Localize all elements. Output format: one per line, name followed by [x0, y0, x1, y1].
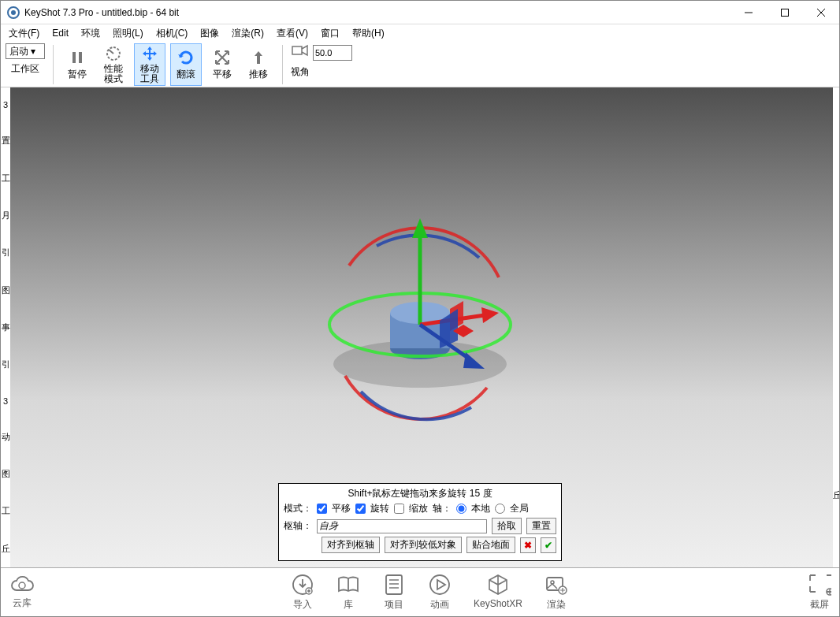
- workspace-label: 工作区: [11, 62, 39, 76]
- menu-env[interactable]: 环境: [76, 25, 105, 42]
- library-button[interactable]: 库: [336, 573, 360, 611]
- pivot-label: 枢轴：: [284, 519, 312, 533]
- move-tool-button[interactable]: 移动 工具: [134, 43, 165, 86]
- svg-marker-29: [437, 580, 445, 589]
- chk-rot[interactable]: [355, 504, 366, 514]
- pause-button[interactable]: 暂停: [61, 43, 93, 86]
- toolbar-divider: [282, 45, 283, 84]
- screenshot-icon: [808, 573, 831, 597]
- align-pivot-button[interactable]: 对齐到枢轴: [322, 537, 380, 553]
- cloud-library-button[interactable]: 云库: [9, 574, 35, 610]
- move-icon: [141, 45, 158, 62]
- tumble-icon: [177, 49, 195, 66]
- render-button[interactable]: 渲染: [545, 573, 568, 611]
- svg-rect-24: [386, 575, 402, 594]
- app-icon: [7, 6, 20, 19]
- align-low-button[interactable]: 对齐到较低对象: [385, 537, 462, 553]
- import-icon: [291, 573, 314, 597]
- transform-panel: Shift+鼠标左键拖动来多旋转 15 度 模式： 平移 旋转 缩放 轴： 本地…: [278, 483, 562, 561]
- reset-button[interactable]: 重置: [526, 518, 556, 534]
- pick-button[interactable]: 拾取: [492, 518, 522, 534]
- title-bar: KeyShot 7.3 Pro - untitled.bip - 64 bit: [1, 1, 839, 24]
- pan-button[interactable]: 平移: [206, 43, 238, 86]
- toolbar: 启动 ▾ 工作区 暂停 性能 模式 移动 工具 翻滚 平移 推移 视角: [1, 42, 839, 87]
- tumble-button[interactable]: 翻滚: [170, 43, 202, 86]
- title-text: KeyShot 7.3 Pro - untitled.bip - 64 bit: [24, 7, 179, 18]
- menu-light[interactable]: 照明(L): [108, 25, 148, 42]
- viewport[interactable]: 3置工月引图事引3动图工丘 丘 Shift+鼠标左键拖动来多旋转 15 度 模式…: [1, 87, 839, 567]
- launch-select[interactable]: 启动 ▾: [6, 43, 45, 59]
- snap-ground-button[interactable]: 贴合地面: [466, 537, 515, 553]
- svg-rect-1: [782, 9, 789, 16]
- svg-marker-15: [481, 307, 499, 323]
- svg-rect-6: [292, 46, 302, 54]
- menu-camera[interactable]: 相机(C): [151, 25, 193, 42]
- pivot-input[interactable]: [317, 519, 487, 533]
- svg-rect-5: [79, 52, 82, 63]
- close-button[interactable]: [803, 1, 839, 24]
- fov-group: 视角: [291, 43, 352, 86]
- maximize-button[interactable]: [767, 1, 803, 24]
- menu-file[interactable]: 文件(F): [4, 25, 44, 42]
- chk-scale[interactable]: [394, 504, 404, 514]
- import-button[interactable]: 导入: [291, 573, 314, 611]
- radio-global[interactable]: [495, 504, 505, 514]
- right-ruler: 丘: [833, 87, 839, 567]
- menu-edit[interactable]: Edit: [47, 26, 73, 40]
- menu-window[interactable]: 窗口: [316, 25, 344, 42]
- xr-icon: [486, 573, 510, 597]
- transform-gizmo[interactable]: [302, 191, 538, 427]
- perf-button[interactable]: 性能 模式: [98, 43, 129, 86]
- hint-text: Shift+鼠标左键拖动来多旋转 15 度: [284, 487, 556, 500]
- cloud-icon: [9, 574, 35, 597]
- svg-point-21: [19, 582, 25, 589]
- axis-label: 轴：: [433, 502, 452, 515]
- confirm-button[interactable]: ✔: [541, 537, 556, 553]
- cancel-button[interactable]: ✖: [520, 537, 536, 553]
- keyshotxr-button[interactable]: KeyShotXR: [474, 573, 522, 611]
- menu-help[interactable]: 帮助(H): [348, 25, 389, 42]
- pause-icon: [69, 49, 86, 66]
- pan-icon: [214, 49, 231, 66]
- toolbar-divider: [53, 45, 54, 84]
- animation-button[interactable]: 动画: [428, 573, 452, 611]
- left-ruler: 3置工月引图事引3动图工丘: [1, 87, 10, 567]
- project-icon: [382, 573, 406, 597]
- project-button[interactable]: 项目: [382, 573, 406, 611]
- bottom-bar: 云库 导入 库 项目 动画 KeyShotXR 渲染 截屏: [1, 567, 839, 616]
- menu-image[interactable]: 图像: [195, 25, 224, 42]
- fov-input[interactable]: [313, 45, 352, 61]
- screenshot-button[interactable]: 截屏: [808, 573, 831, 611]
- animation-icon: [428, 573, 452, 597]
- dolly-button[interactable]: 推移: [243, 43, 274, 86]
- menu-view[interactable]: 查看(V): [272, 25, 313, 42]
- minimize-button[interactable]: [730, 1, 767, 24]
- menu-render[interactable]: 渲染(R): [227, 25, 269, 42]
- svg-rect-4: [72, 52, 76, 63]
- dolly-icon: [250, 49, 267, 66]
- library-icon: [336, 573, 360, 597]
- fov-icon: [292, 43, 309, 61]
- render-icon: [545, 573, 568, 597]
- mode-label: 模式：: [284, 502, 312, 515]
- perf-icon: [105, 45, 122, 62]
- radio-local[interactable]: [456, 504, 466, 514]
- chk-pan[interactable]: [317, 504, 327, 514]
- menu-bar: 文件(F) Edit 环境 照明(L) 相机(C) 图像 渲染(R) 查看(V)…: [1, 24, 839, 42]
